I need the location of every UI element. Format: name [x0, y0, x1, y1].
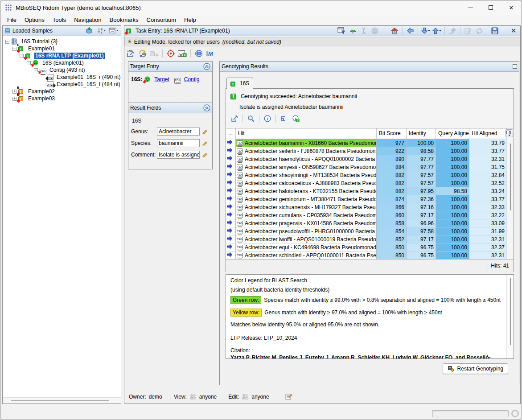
restart-genotyping-button[interactable]: T Restart Genotyping — [443, 363, 508, 374]
target-link[interactable]: Target — [154, 76, 169, 82]
hit-row[interactable]: TCAAcinetobacter seifertii - FJ860878 Ba… — [226, 147, 514, 155]
import-samples-icon[interactable] — [84, 26, 94, 36]
export-icon[interactable] — [230, 114, 239, 124]
pencil-icon[interactable] — [202, 129, 208, 135]
hit-row[interactable]: TCAAcinetobacter sichuanensis - MH179327… — [226, 203, 514, 211]
scrollbar-thumb[interactable] — [11, 400, 109, 401]
arrow-right-icon[interactable] — [226, 227, 236, 235]
menu-navigation[interactable]: Navigation — [70, 16, 105, 24]
species-field[interactable]: baumannii — [157, 139, 200, 147]
hit-row[interactable]: TCAAcinetobacter equi - KC494698 Bacteri… — [226, 243, 514, 251]
back-arrow-icon[interactable] — [405, 26, 415, 36]
collapse-icon[interactable]: − — [20, 54, 24, 58]
arrow-right-icon[interactable] — [226, 235, 236, 243]
comment-field[interactable]: Isolate is assigned A — [157, 151, 200, 159]
tree-item[interactable]: −16S Tutorial {3} — [3, 38, 121, 45]
expand-icon[interactable]: + — [12, 97, 16, 101]
edit-note-icon[interactable] — [285, 393, 292, 400]
sort-az-icon[interactable]: az — [97, 26, 107, 36]
phylo-tree-icon[interactable] — [279, 114, 289, 124]
hit-row[interactable]: TCAAcinetobacter pseudolwoffii - PHRG010… — [226, 227, 514, 235]
target-crosshair-icon[interactable] — [166, 49, 176, 58]
hit-row[interactable]: TCAAcinetobacter baumannii - X81660 Bact… — [226, 139, 514, 147]
agt-export-icon[interactable]: AGT — [126, 49, 136, 58]
collapse-icon[interactable]: − — [5, 40, 9, 44]
home-icon[interactable] — [390, 26, 399, 36]
arrow-right-icon[interactable] — [226, 163, 236, 171]
tree-item[interactable]: Example01_16S_f (484 nt) — [3, 81, 121, 88]
hit-row[interactable]: TCAAcinetobacter halotolerans - KT032155… — [226, 187, 514, 195]
column-header-hit[interactable]: Hit — [236, 128, 377, 139]
arrow-right-icon[interactable] — [226, 187, 236, 195]
hit-row[interactable]: TCAAcinetobacter geminorum - MT380471 Ba… — [226, 195, 514, 203]
task-refresh-icon[interactable] — [138, 49, 148, 58]
trace-add-icon[interactable] — [177, 49, 187, 58]
ncbi-m-icon[interactable]: M — [206, 49, 215, 58]
scrollbar-thumb[interactable] — [510, 278, 511, 345]
arrow-right-icon[interactable] — [226, 195, 236, 203]
tab-16s[interactable]: T 16S — [226, 78, 253, 89]
wifi-icon[interactable] — [348, 26, 358, 36]
pencil-icon[interactable] — [202, 140, 208, 146]
menu-file[interactable]: File — [3, 16, 21, 24]
genus-field[interactable]: Acinetobacter — [157, 128, 200, 136]
hit-row[interactable]: TCAAcinetobacter amyesii - ON598627 Bact… — [226, 163, 514, 171]
tree-item[interactable]: −T✱16S rRNA LTP (Example01) — [3, 52, 121, 59]
info-task-icon[interactable]: iT — [291, 114, 300, 124]
minimize-icon[interactable] — [460, 0, 481, 15]
maximize-panel-icon[interactable] — [513, 64, 517, 69]
tree-item[interactable]: −✱16S (Example01) — [3, 59, 121, 66]
collapse-chevron-icon[interactable] — [203, 104, 210, 111]
maximize-icon[interactable] — [481, 0, 501, 15]
up-arrow-icon[interactable] — [432, 26, 442, 36]
column-header-query-aligned[interactable]: Query Aligned — [436, 128, 469, 139]
tree-horizontal-scrollbar[interactable] — [3, 397, 121, 404]
legend-vertical-scrollbar[interactable] — [506, 275, 514, 358]
globe-icon[interactable] — [194, 49, 204, 58]
collapse-icon[interactable]: − — [12, 47, 16, 51]
hit-row[interactable]: TCAAcinetobacter schindleri - APPQ010000… — [226, 251, 514, 259]
arrow-right-icon[interactable] — [226, 179, 236, 187]
info-icon[interactable]: i — [263, 114, 272, 124]
column-header-identity[interactable]: Identity — [407, 128, 436, 139]
save-icon[interactable] — [490, 26, 500, 36]
close-task-icon[interactable]: ✕ — [509, 26, 518, 36]
expand-icon[interactable]: + — [12, 90, 16, 94]
arrow-right-icon[interactable] — [226, 171, 236, 179]
arrow-right-icon[interactable] — [226, 219, 236, 227]
column-header-hit-aligned[interactable]: Hit Aligned — [469, 128, 507, 139]
column-header--[interactable]: ... — [226, 128, 236, 139]
hit-row[interactable]: TCAAcinetobacter pragensis - KX014586 Ba… — [226, 219, 514, 227]
collapse-chevron-icon[interactable] — [203, 63, 210, 70]
collapse-all-icon[interactable] — [109, 26, 119, 36]
tree-item[interactable]: +T✱EExample02 — [3, 88, 121, 95]
hit-row[interactable]: TCAAcinetobacter cumulans - CP035934 Bac… — [226, 211, 514, 219]
column-header-bit-score[interactable]: Bit Score — [377, 128, 407, 139]
down-arrow-icon[interactable] — [421, 26, 431, 36]
hit-row[interactable]: TCAAcinetobacter lwoffii - APQS01000019 … — [226, 235, 514, 243]
contig-link[interactable]: Contig — [184, 76, 200, 82]
tree-item[interactable]: −T✱EExample01 — [3, 45, 121, 52]
menu-help[interactable]: Help — [180, 16, 200, 24]
hit-row[interactable]: TCAAcinetobacter haemolyticus - APQQ0100… — [226, 155, 514, 163]
arrow-right-icon[interactable] — [226, 243, 236, 251]
tree-item[interactable]: +T✱EExample03 — [3, 95, 121, 102]
tree-item[interactable]: −TCA✱Contig (493 nt) — [3, 66, 121, 74]
collapse-icon[interactable]: − — [27, 61, 31, 65]
collapse-icon[interactable]: − — [34, 68, 38, 72]
menu-consortium[interactable]: Consortium — [143, 16, 180, 24]
arrow-right-icon[interactable] — [226, 211, 236, 219]
column-picker-icon[interactable] — [505, 129, 513, 137]
menu-bookmarks[interactable]: Bookmarks — [106, 16, 143, 24]
table-import-icon[interactable] — [337, 26, 346, 36]
arrow-right-icon[interactable] — [226, 147, 236, 155]
arrow-right-icon[interactable] — [226, 203, 236, 211]
menu-tools[interactable]: Tools — [49, 16, 70, 24]
magnifier-icon[interactable] — [246, 114, 256, 124]
hit-row[interactable]: TCAAcinetobacter shaoyimingii - MT138534… — [226, 171, 514, 179]
scrollbar-thumb[interactable] — [510, 144, 511, 210]
hit-row[interactable]: TCAAcinetobacter calcoaceticus - AJ88898… — [226, 179, 514, 187]
table-vertical-scrollbar[interactable] — [506, 139, 514, 259]
arrow-right-icon[interactable] — [226, 251, 236, 259]
close-icon[interactable]: ✕ — [501, 0, 522, 15]
